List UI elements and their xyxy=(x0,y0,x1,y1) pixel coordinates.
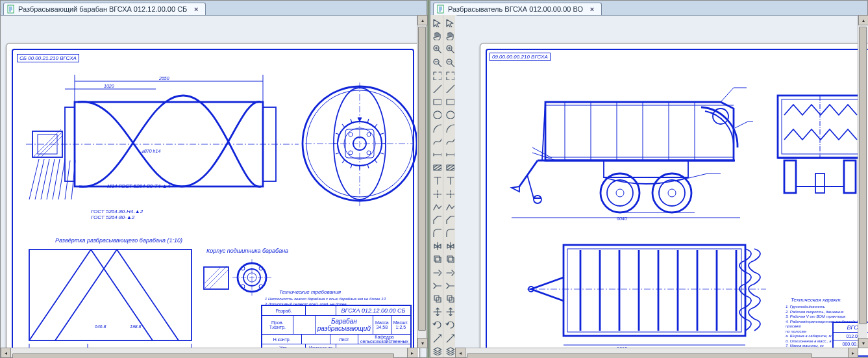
svg-line-58 xyxy=(205,266,227,288)
horizontal-scrollbar[interactable]: ◂ ▸ xyxy=(1,348,417,357)
polyline-icon[interactable] xyxy=(443,201,456,212)
line-icon[interactable] xyxy=(430,83,443,94)
drum-end-view xyxy=(305,83,414,207)
document-tab-left[interactable]: Разбрасывающий барабан ВГСХА 012.12.00.0… xyxy=(3,3,206,15)
drawing-canvas-left[interactable]: СБ 00.00.21.210 ВГСХА xyxy=(1,16,427,357)
svg-line-30 xyxy=(367,119,369,123)
rotate-icon[interactable] xyxy=(430,318,443,330)
scroll-right-button[interactable]: ▸ xyxy=(848,348,858,358)
svg-point-46 xyxy=(349,133,353,136)
offset-icon[interactable] xyxy=(443,253,456,264)
drawing-canvas-right[interactable]: 09.00.00.00.210 ВГСХА xyxy=(455,16,868,357)
fillet-icon[interactable] xyxy=(430,227,443,238)
offset-icon[interactable] xyxy=(430,253,443,264)
vertical-scrollbar[interactable]: ▴ ▾ xyxy=(858,15,867,348)
dimension-icon[interactable] xyxy=(430,148,443,160)
svg-point-85 xyxy=(652,173,691,212)
svg-rect-105 xyxy=(815,173,825,193)
polyline-icon[interactable] xyxy=(430,201,443,212)
arc-icon[interactable] xyxy=(443,122,456,134)
scroll-left-button[interactable]: ◂ xyxy=(455,348,465,358)
horizontal-scrollbar[interactable]: ◂ ▸ xyxy=(455,348,858,357)
weld-callout: ГОСТ 5264-80-Н4-▲2 xyxy=(91,209,143,214)
svg-rect-103 xyxy=(844,160,856,193)
svg-rect-102 xyxy=(784,160,796,193)
arc-icon[interactable] xyxy=(430,122,443,134)
zoom-in-icon[interactable] xyxy=(443,43,456,55)
text-icon[interactable] xyxy=(430,174,443,186)
scale-tool-icon[interactable] xyxy=(430,332,443,344)
chamfer-icon[interactable] xyxy=(443,214,456,225)
hatch-icon[interactable] xyxy=(443,161,456,173)
scroll-up-button[interactable]: ▴ xyxy=(417,15,428,25)
text-icon[interactable] xyxy=(443,174,456,186)
svg-rect-52 xyxy=(29,249,192,340)
layer-icon[interactable] xyxy=(443,345,456,357)
cursor-icon[interactable] xyxy=(430,17,443,29)
dimension-label: 198.8 xyxy=(130,324,142,329)
rotate-icon[interactable] xyxy=(443,318,456,330)
svg-point-82 xyxy=(601,173,639,212)
svg-line-32 xyxy=(380,133,384,134)
trim-icon[interactable] xyxy=(443,266,456,278)
scroll-down-button[interactable]: ▾ xyxy=(858,338,868,348)
bearing-housing-detail xyxy=(201,255,273,302)
tech-characteristics-title: Техническая характ. xyxy=(791,297,842,303)
point-icon[interactable] xyxy=(443,187,456,199)
circle-icon[interactable] xyxy=(430,109,443,120)
vertical-scrollbar[interactable]: ▴ ▾ xyxy=(417,15,427,348)
zoom-out-icon[interactable] xyxy=(443,57,456,68)
layer-icon[interactable] xyxy=(430,345,443,357)
rect-icon[interactable] xyxy=(443,96,456,107)
drawing-sheet-right: 09.00.00.00.210 ВГСХА xyxy=(480,43,868,357)
hatch-icon[interactable] xyxy=(430,161,443,173)
scale-tool-icon[interactable] xyxy=(443,332,456,344)
dimension-label: 646.8 xyxy=(95,324,106,329)
scroll-down-button[interactable]: ▾ xyxy=(417,338,428,348)
svg-line-90 xyxy=(735,121,748,128)
fillet-icon[interactable] xyxy=(443,227,456,238)
scroll-left-button[interactable]: ◂ xyxy=(1,348,11,358)
copy-icon[interactable] xyxy=(430,292,443,304)
close-icon[interactable]: × xyxy=(588,5,596,13)
extend-icon[interactable] xyxy=(443,279,456,291)
svg-line-44 xyxy=(351,119,352,123)
rect-icon[interactable] xyxy=(430,96,443,107)
zoom-fit-icon[interactable] xyxy=(443,70,456,81)
move-icon[interactable] xyxy=(430,305,443,317)
mirror-icon[interactable] xyxy=(443,240,456,251)
document-icon xyxy=(436,5,445,14)
svg-point-47 xyxy=(367,133,371,136)
dimension-icon[interactable] xyxy=(443,148,456,160)
trim-icon[interactable] xyxy=(430,266,443,278)
point-icon[interactable] xyxy=(430,187,443,199)
copy-icon[interactable] xyxy=(443,292,456,304)
spreader-rear-view xyxy=(765,89,868,214)
scroll-up-button[interactable]: ▴ xyxy=(858,15,868,25)
svg-point-79 xyxy=(713,109,728,124)
svg-line-6 xyxy=(42,136,62,157)
cursor-icon[interactable] xyxy=(443,17,456,29)
dimension-label: 1020 xyxy=(104,84,114,88)
hand-icon[interactable] xyxy=(443,30,456,42)
scroll-right-button[interactable]: ▸ xyxy=(407,348,417,358)
spline-icon[interactable] xyxy=(430,135,443,147)
hand-icon[interactable] xyxy=(430,30,443,42)
move-icon[interactable] xyxy=(443,305,456,317)
svg-line-20 xyxy=(65,160,70,199)
zoom-out-icon[interactable] xyxy=(430,57,443,68)
zoom-fit-icon[interactable] xyxy=(430,70,443,81)
close-icon[interactable]: × xyxy=(192,5,200,13)
svg-rect-70 xyxy=(438,5,443,13)
mirror-icon[interactable] xyxy=(430,240,443,251)
extend-icon[interactable] xyxy=(430,279,443,291)
svg-line-19 xyxy=(58,159,65,199)
zoom-in-icon[interactable] xyxy=(430,43,443,55)
circle-icon[interactable] xyxy=(443,109,456,120)
svg-point-84 xyxy=(616,189,624,197)
line-icon[interactable] xyxy=(443,83,456,94)
document-tab-right[interactable]: Разбрасыватель ВГСХА 012.00.00.00 ВО × xyxy=(433,3,602,15)
spline-icon[interactable] xyxy=(443,135,456,147)
svg-line-60 xyxy=(204,267,221,284)
chamfer-icon[interactable] xyxy=(430,214,443,225)
